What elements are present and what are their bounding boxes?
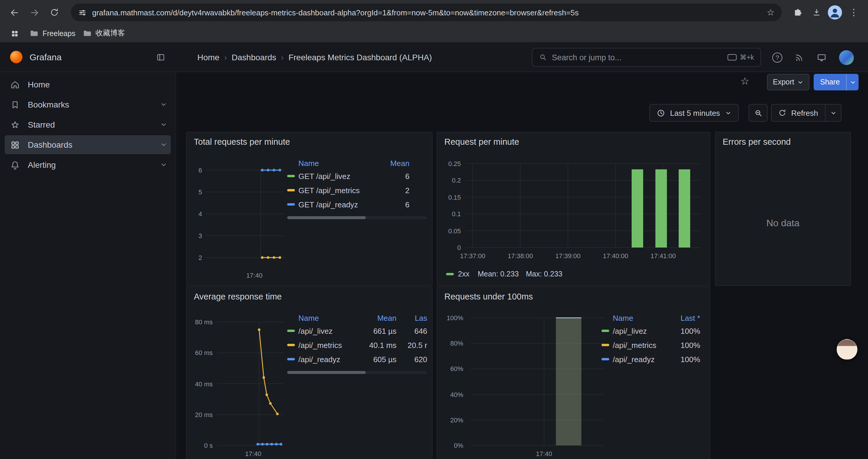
header-icons: ? [772,42,854,72]
sidebar-item-home[interactable]: Home [5,75,171,94]
series-name[interactable]: /api/_readyz [299,355,361,364]
sidebar-item-bookmarks[interactable]: Bookmarks [5,95,171,114]
panel-title[interactable]: Requests under 100ms [444,292,533,301]
search-placeholder: Search or jump to... [552,53,723,62]
x-axis-labels: 17:40 [206,272,284,280]
series-name[interactable]: GET /api/_livez [299,172,375,181]
series-marker [287,189,295,191]
share-menu-button[interactable] [846,74,859,90]
assistant-avatar[interactable] [837,339,857,360]
series-name[interactable]: /api/_metrics [613,340,670,350]
panel-title[interactable]: Average response time [194,292,282,301]
url-text: grafana.mathmast.com/d/deytv4rwavabkb/fr… [92,8,761,17]
panel-title[interactable]: Total requests per minute [194,137,290,146]
back-button[interactable] [6,4,23,21]
legend-column-last[interactable]: Last * [670,314,700,322]
address-bar[interactable]: grafana.mathmast.com/d/deytv4rwavabkb/fr… [71,4,782,21]
legend-column-name[interactable]: Name [287,159,375,167]
sidebar-collapse-icon[interactable] [156,52,165,62]
series-marker [287,330,295,332]
time-range-picker[interactable]: Last 5 minutes [649,104,738,122]
browser-profile-avatar[interactable] [828,5,842,20]
panel-errors-per-second: Errors per second No data [715,132,851,286]
breadcrumb: Home › Dashboards › Freeleaps Metrics Da… [197,52,432,62]
downloads-icon[interactable] [809,5,824,20]
panel-request-per-minute: Request per minute 0.25 0.2 0.15 0.1 0.0… [437,132,710,286]
sidebar-item-label: Home [28,80,50,89]
sidebar-item-alerting[interactable]: Alerting [5,155,171,174]
series-name[interactable]: GET /api/_metrics [299,186,375,195]
legend-column-name[interactable]: Name [601,314,670,322]
forward-button[interactable] [26,4,42,21]
refresh-label: Refresh [791,108,818,117]
screen: grafana.mathmast.com/d/deytv4rwavabkb/fr… [0,0,868,459]
bookmark-page-star-icon[interactable]: ☆ [767,7,775,18]
no-data-message: No data [716,132,850,285]
legend-scrollbar[interactable] [287,371,427,374]
folder-icon [83,29,91,38]
series-marker [601,358,609,360]
favorite-dashboard-star-icon[interactable]: ☆ [740,75,749,88]
series-marker [446,273,454,275]
sidebar-item-dashboards[interactable]: Dashboards [5,135,171,154]
user-avatar[interactable] [839,50,854,65]
series-mean: Mean: 0.233 [478,270,519,278]
reload-button[interactable] [46,4,63,21]
browser-menu-icon[interactable]: ⋮ [845,4,862,21]
forward-arrow-icon [29,7,39,18]
browser-toolbar: grafana.mathmast.com/d/deytv4rwavabkb/fr… [0,0,868,25]
brand-area: Grafana [0,51,176,63]
breadcrumb-separator: › [281,52,284,62]
export-button[interactable]: Export [767,74,809,90]
site-settings-icon[interactable] [78,8,87,17]
zoom-out-button[interactable] [749,104,768,122]
sidebar-item-label: Starred [28,120,55,129]
panel-title[interactable]: Request per minute [444,137,519,146]
legend-row: /api/_readyz 605 µs 620 [287,352,427,366]
chevron-down-icon[interactable] [160,161,167,168]
monitor-icon[interactable] [816,52,827,62]
legend-column-last[interactable]: Las [397,314,427,322]
refresh-interval-button[interactable] [825,104,840,121]
scrollbar-thumb[interactable] [287,216,366,219]
series-marker [601,330,609,332]
series-name[interactable]: GET /api/_readyz [299,200,375,209]
sidebar: Home Bookmarks Starred Dashboards Alerti… [0,72,176,459]
help-icon[interactable]: ? [772,52,782,62]
extensions-icon[interactable] [790,5,805,20]
search-icon [539,53,547,61]
series-last: 646 [397,326,427,335]
sidebar-item-starred[interactable]: Starred [5,115,171,134]
legend-column-mean[interactable]: Mean [375,159,409,167]
chart-plot [217,322,284,446]
rss-icon[interactable] [795,53,804,62]
series-name[interactable]: /api/_livez [613,326,670,335]
bookmark-item-blog[interactable]: 收藏博客 [83,28,125,38]
dashboard-canvas: ☆ Export Share Last 5 minutes Refresh To… [176,72,868,459]
series-name[interactable]: /api/_livez [299,326,361,335]
legend-column-name[interactable]: Name [287,314,361,322]
legend-header: Name Mean [287,157,427,169]
series-name[interactable]: /api/_readyz [613,355,670,364]
chevron-down-icon[interactable] [160,101,167,108]
scrollbar-thumb[interactable] [287,371,366,374]
breadcrumb-home[interactable]: Home [197,52,219,62]
grafana-logo[interactable] [10,51,23,63]
x-axis-labels: 17:37:00 17:38:00 17:39:00 17:40:00 17:4… [466,252,701,261]
chevron-down-icon[interactable] [160,121,167,128]
series-marker [287,358,295,360]
legend-row: GET /api/_metrics 2 [287,183,427,197]
series-name[interactable]: /api/_metrics [299,340,361,350]
series-name[interactable]: 2xx [458,270,469,278]
bookmark-item-freeleaps[interactable]: Freeleaps [30,29,75,38]
refresh-button[interactable]: Refresh [778,108,818,117]
series-mean: 2 [375,186,409,195]
chevron-down-icon[interactable] [160,141,167,148]
apps-grid-icon[interactable] [7,26,23,41]
breadcrumb-dashboards[interactable]: Dashboards [231,52,276,62]
legend-scrollbar[interactable] [287,216,427,219]
share-button[interactable]: Share [814,74,846,90]
search-input[interactable]: Search or jump to... ⌘+k [532,48,761,67]
x-axis-labels: 17:40 [217,450,284,458]
legend-column-mean[interactable]: Mean [361,314,397,322]
